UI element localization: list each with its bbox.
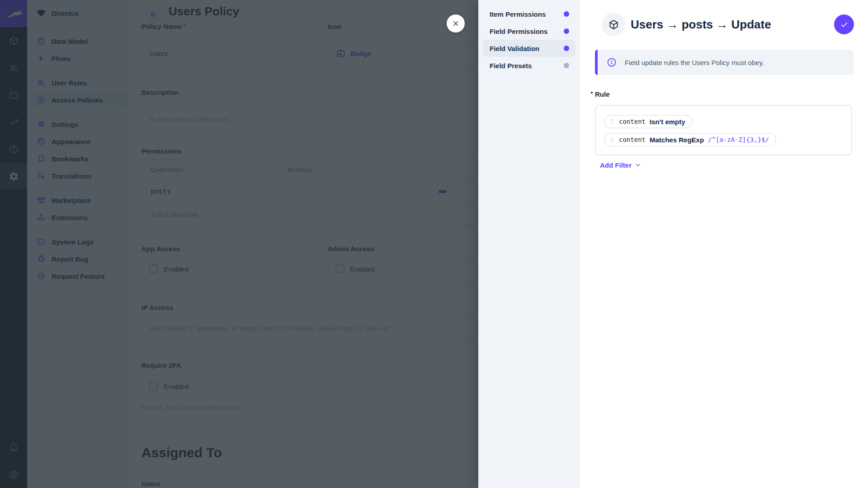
drawer-tab[interactable]: Field Presets <box>483 57 576 74</box>
modal-overlay[interactable] <box>0 0 478 488</box>
cube-icon <box>608 19 619 30</box>
filter-operator[interactable]: Isn't empty <box>650 118 685 126</box>
edited-dot <box>591 92 593 94</box>
filter-rule[interactable]: content Isn't empty <box>604 115 693 128</box>
drawer-tab-label: Field Validation <box>490 45 564 52</box>
filter-rule-row: content Isn't empty <box>604 115 843 128</box>
rule-label: Rule <box>595 90 610 98</box>
drawer-tab[interactable]: Field Validation <box>483 40 576 57</box>
drawer-tab[interactable]: Item Permissions <box>483 5 576 23</box>
filter-field-name[interactable]: content <box>619 136 646 143</box>
save-button[interactable] <box>834 14 854 34</box>
filter-operator[interactable]: Matches RegExp <box>650 136 704 144</box>
drawer-content: Users → posts → Update Field update rule… <box>580 0 868 488</box>
drawer-tab-label: Field Permissions <box>490 28 564 35</box>
permission-detail-drawer: Item Permissions Field Permissions Field… <box>478 0 868 488</box>
filter-rule-row: content Matches RegExp /^[a-zA-Z]{3,}$/ <box>604 133 843 146</box>
drawer-tab-label: Field Presets <box>490 62 564 70</box>
status-dot <box>564 63 569 68</box>
info-banner-text: Field update rules the Users Policy must… <box>625 59 764 66</box>
close-icon <box>451 19 460 28</box>
chevron-down-icon <box>634 161 642 169</box>
drawer-tab-label: Item Permissions <box>490 10 564 18</box>
drag-handle-icon[interactable] <box>609 136 615 143</box>
check-icon <box>840 20 849 29</box>
drag-handle-icon[interactable] <box>609 118 615 125</box>
status-dot <box>564 46 569 51</box>
drawer-title: Users → posts → Update <box>631 13 771 36</box>
status-dot <box>564 11 569 17</box>
close-drawer-button[interactable] <box>447 14 465 33</box>
filter-field-name[interactable]: content <box>619 118 646 125</box>
drawer-tab[interactable]: Field Permissions <box>483 23 576 40</box>
add-filter-button[interactable]: Add Filter <box>600 161 642 169</box>
drawer-sidebar: Item Permissions Field Permissions Field… <box>478 0 580 488</box>
info-icon <box>606 57 617 68</box>
info-banner: Field update rules the Users Policy must… <box>595 50 854 75</box>
rule-filter-box: content Isn't empty content Matches RegE… <box>595 105 852 155</box>
filter-rule[interactable]: content Matches RegExp /^[a-zA-Z]{3,}$/ <box>604 133 776 146</box>
drawer-header-avatar <box>602 13 625 36</box>
filter-value[interactable]: /^[a-zA-Z]{3,}$/ <box>708 136 769 143</box>
status-dot <box>564 28 569 34</box>
